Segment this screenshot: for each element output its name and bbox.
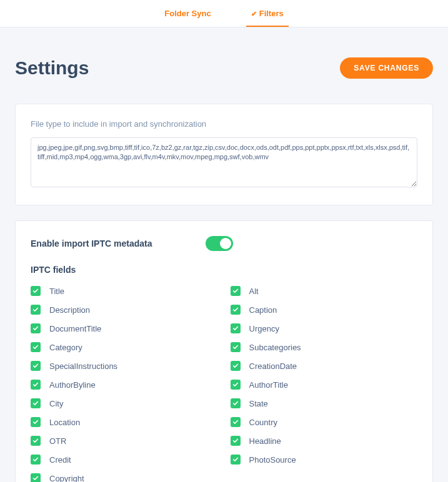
checkbox-category[interactable] bbox=[31, 342, 41, 352]
iptc-field-label: Caption bbox=[249, 305, 277, 315]
checkbox-authorbyline[interactable] bbox=[31, 380, 41, 390]
header-row: Settings SAVE CHANGES bbox=[15, 57, 433, 79]
check-icon: ✔ bbox=[251, 10, 257, 17]
iptc-field-description: Description bbox=[31, 305, 218, 315]
iptc-field-caption: Caption bbox=[231, 305, 418, 315]
iptc-field-label: Alt bbox=[249, 287, 259, 296]
iptc-field-label: Title bbox=[49, 287, 64, 296]
iptc-field-alt: Alt bbox=[231, 286, 418, 296]
iptc-field-specialinstructions: SpecialInstructions bbox=[31, 361, 218, 371]
checkbox-subcategories[interactable] bbox=[231, 342, 241, 352]
iptc-field-documenttitle: DocumentTitle bbox=[31, 323, 218, 333]
iptc-field-label: PhotoSource bbox=[249, 455, 296, 465]
filetype-label: File type to include in import and synch… bbox=[31, 119, 417, 129]
iptc-field-copyright: Copyright bbox=[31, 473, 218, 482]
iptc-fields-col1: TitleDescriptionDocumentTitleCategorySpe… bbox=[31, 286, 218, 482]
iptc-field-label: DocumentTitle bbox=[49, 324, 101, 333]
filetype-card: File type to include in import and synch… bbox=[15, 104, 433, 205]
iptc-fields-heading: IPTC fields bbox=[31, 265, 417, 275]
iptc-field-label: SpecialInstructions bbox=[49, 362, 117, 371]
checkbox-authortitle[interactable] bbox=[231, 380, 241, 390]
toggle-knob bbox=[220, 238, 231, 249]
iptc-field-location: Location bbox=[31, 417, 218, 427]
checkbox-photosource[interactable] bbox=[231, 455, 241, 465]
iptc-field-otr: OTR bbox=[31, 436, 218, 446]
iptc-field-label: Urgency bbox=[249, 324, 279, 333]
iptc-field-label: Headline bbox=[249, 436, 281, 446]
iptc-field-label: AuthorTitle bbox=[249, 380, 288, 390]
iptc-field-city: City bbox=[31, 398, 218, 408]
checkbox-description[interactable] bbox=[31, 305, 41, 315]
iptc-field-label: Location bbox=[49, 418, 80, 427]
iptc-field-label: CreationDate bbox=[249, 362, 297, 371]
iptc-field-creationdate: CreationDate bbox=[231, 361, 418, 371]
tab-filters-label: Filters bbox=[259, 9, 284, 18]
checkbox-alt[interactable] bbox=[231, 286, 241, 296]
iptc-toggle[interactable] bbox=[206, 236, 233, 251]
iptc-field-label: City bbox=[49, 399, 63, 408]
checkbox-otr[interactable] bbox=[31, 436, 41, 446]
page-body: Settings SAVE CHANGES File type to inclu… bbox=[0, 27, 448, 482]
iptc-card: Enable import IPTC metadata IPTC fields … bbox=[15, 220, 433, 482]
iptc-field-subcategories: Subcategories bbox=[231, 342, 418, 352]
tab-folder-sync-label: Folder Sync bbox=[164, 9, 211, 18]
iptc-field-label: Category bbox=[49, 343, 82, 352]
checkbox-location[interactable] bbox=[31, 417, 41, 427]
iptc-toggle-row: Enable import IPTC metadata bbox=[31, 236, 417, 251]
iptc-field-category: Category bbox=[31, 342, 218, 352]
filetype-input[interactable] bbox=[31, 137, 417, 187]
iptc-field-state: State bbox=[231, 398, 418, 408]
iptc-field-credit: Credit bbox=[31, 455, 218, 465]
checkbox-title[interactable] bbox=[31, 286, 41, 296]
checkbox-creationdate[interactable] bbox=[231, 361, 241, 371]
iptc-field-label: Description bbox=[49, 305, 90, 315]
checkbox-copyright[interactable] bbox=[31, 473, 41, 482]
iptc-field-label: Subcategories bbox=[249, 343, 301, 352]
iptc-field-photosource: PhotoSource bbox=[231, 455, 418, 465]
iptc-toggle-label: Enable import IPTC metadata bbox=[31, 239, 206, 248]
checkbox-specialinstructions[interactable] bbox=[31, 361, 41, 371]
tabs-bar: Folder Sync ✔Filters bbox=[0, 0, 448, 27]
checkbox-city[interactable] bbox=[31, 398, 41, 408]
tab-filters[interactable]: ✔Filters bbox=[246, 0, 289, 27]
iptc-field-authortitle: AuthorTitle bbox=[231, 380, 418, 390]
iptc-fields-col2: AltCaptionUrgencySubcategoriesCreationDa… bbox=[231, 286, 418, 482]
iptc-field-label: Copyright bbox=[49, 474, 84, 483]
iptc-field-title: Title bbox=[31, 286, 218, 296]
iptc-field-label: Credit bbox=[49, 455, 71, 465]
checkbox-country[interactable] bbox=[231, 417, 241, 427]
iptc-field-label: Country bbox=[249, 418, 278, 427]
checkbox-urgency[interactable] bbox=[231, 323, 241, 333]
iptc-field-urgency: Urgency bbox=[231, 323, 418, 333]
iptc-field-label: OTR bbox=[49, 436, 66, 446]
checkbox-documenttitle[interactable] bbox=[31, 323, 41, 333]
iptc-fields-grid: TitleDescriptionDocumentTitleCategorySpe… bbox=[31, 286, 417, 482]
tab-folder-sync[interactable]: Folder Sync bbox=[159, 0, 216, 27]
iptc-field-authorbyline: AuthorByline bbox=[31, 380, 218, 390]
page-title: Settings bbox=[15, 57, 89, 79]
iptc-field-headline: Headline bbox=[231, 436, 418, 446]
save-button[interactable]: SAVE CHANGES bbox=[340, 57, 433, 79]
iptc-field-country: Country bbox=[231, 417, 418, 427]
checkbox-state[interactable] bbox=[231, 398, 241, 408]
iptc-field-label: State bbox=[249, 399, 268, 408]
checkbox-headline[interactable] bbox=[231, 436, 241, 446]
checkbox-credit[interactable] bbox=[31, 455, 41, 465]
checkbox-caption[interactable] bbox=[231, 305, 241, 315]
iptc-field-label: AuthorByline bbox=[49, 380, 96, 390]
